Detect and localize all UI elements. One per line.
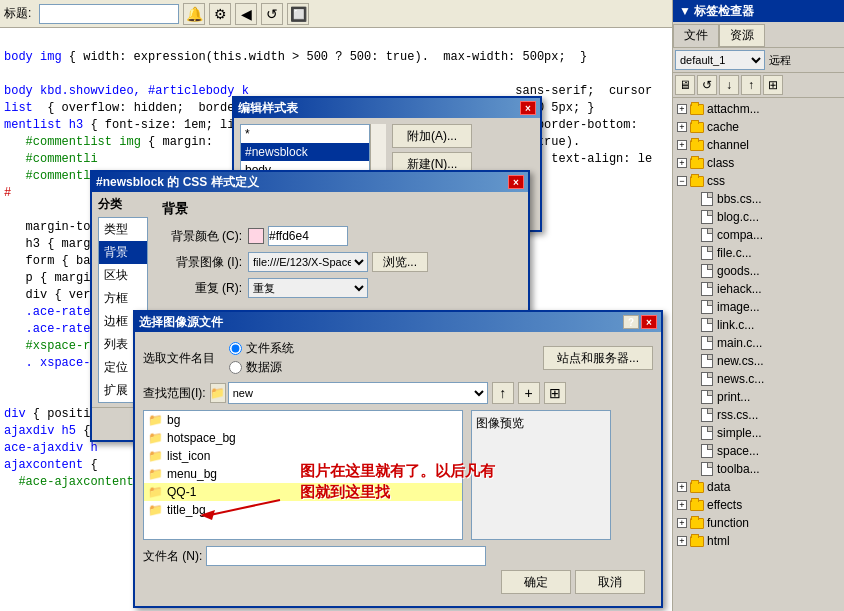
file-item-menubg[interactable]: 📁 menu_bg [144, 465, 462, 483]
radio-datasource[interactable] [229, 361, 242, 374]
select-file-label: 选取文件名目 [143, 350, 223, 367]
toolbar-btn-1[interactable]: 🔔 [183, 3, 205, 25]
tree-item-label: image... [717, 300, 760, 314]
tree-item-rss[interactable]: rss.cs... [675, 406, 842, 424]
bg-color-swatch[interactable] [248, 228, 264, 244]
css-section-title: 背景 [162, 200, 514, 218]
tree-item-data[interactable]: + data [675, 478, 842, 496]
tree-item-main[interactable]: main.c... [675, 334, 842, 352]
tree-item-css[interactable]: − css [675, 172, 842, 190]
tree-item-function[interactable]: + function [675, 514, 842, 532]
server-btn[interactable]: 站点和服务器... [543, 346, 653, 370]
css-list-item-star[interactable]: * [241, 125, 369, 143]
right-panel-header: ▼ 标签检查器 [673, 0, 844, 22]
tree-item-new-cs[interactable]: new.cs... [675, 352, 842, 370]
dialog-css-editor-title: 编辑样式表 [238, 100, 298, 117]
img-ok-btn[interactable]: 确定 [501, 570, 571, 594]
expand-icon[interactable]: + [677, 158, 687, 168]
tree-item-class[interactable]: + class [675, 154, 842, 172]
expand-icon[interactable]: + [677, 140, 687, 150]
folder-icon-listicon: 📁 [148, 449, 163, 463]
file-item-qq1[interactable]: 📁 QQ-1 [144, 483, 462, 501]
right-tabs: 文件 资源 [673, 22, 844, 48]
folder-small-icon: 📁 [210, 383, 226, 403]
expand-icon[interactable]: + [677, 518, 687, 528]
dialog-css-editor-close[interactable]: × [520, 101, 536, 115]
tree-item-html[interactable]: + html [675, 532, 842, 550]
radio-filesystem[interactable] [229, 342, 242, 355]
bg-color-row: 背景颜色 (C): [162, 226, 514, 246]
cat-box[interactable]: 方框 [99, 287, 147, 310]
file-item-listicon[interactable]: 📁 list_icon [144, 447, 462, 465]
nav-btn-1[interactable]: 🖥 [675, 75, 695, 95]
file-item-bg[interactable]: 📁 bg [144, 411, 462, 429]
toolbar-btn-4[interactable]: ↺ [261, 3, 283, 25]
folder-icon-hotspace: 📁 [148, 431, 163, 445]
dialog-img-help-btn[interactable]: ? [623, 315, 639, 329]
tree-item-space[interactable]: space... [675, 442, 842, 460]
bg-color-input[interactable] [268, 226, 348, 246]
tree-item-print[interactable]: print... [675, 388, 842, 406]
filename-input[interactable] [206, 546, 486, 566]
file-item-hotspace[interactable]: 📁 hotspace_bg [144, 429, 462, 447]
expand-icon[interactable]: + [677, 500, 687, 510]
tree-item-blog[interactable]: blog.c... [675, 208, 842, 226]
nav-btn-3[interactable]: ↓ [719, 75, 739, 95]
path-select[interactable]: new [228, 382, 488, 404]
expand-icon[interactable]: + [677, 122, 687, 132]
tree-item-attachments[interactable]: + attachm... [675, 100, 842, 118]
tree-item-label: file.c... [717, 246, 752, 260]
tree-item-news[interactable]: news.c... [675, 370, 842, 388]
tree-item-image[interactable]: image... [675, 298, 842, 316]
site-select[interactable]: default_1 [675, 50, 765, 70]
tree-item-simple[interactable]: simple... [675, 424, 842, 442]
file-item-label: QQ-1 [167, 485, 196, 499]
btn-attach[interactable]: 附加(A)... [392, 124, 472, 148]
dialog-img-src-titlebar: 选择图像源文件 ? × [135, 312, 661, 332]
expand-icon[interactable]: − [677, 176, 687, 186]
nav-btn-5[interactable]: ⊞ [763, 75, 783, 95]
radio-datasource-item[interactable]: 数据源 [229, 359, 294, 376]
tree-item-link[interactable]: link.c... [675, 316, 842, 334]
path-up-btn[interactable]: ↑ [492, 382, 514, 404]
expand-icon[interactable]: + [677, 104, 687, 114]
title-input[interactable] [39, 4, 179, 24]
radio-filesystem-item[interactable]: 文件系统 [229, 340, 294, 357]
tree-item-effects[interactable]: + effects [675, 496, 842, 514]
tree-item-label: data [707, 480, 730, 494]
tree-item-compa[interactable]: compa... [675, 226, 842, 244]
path-view-btn[interactable]: ⊞ [544, 382, 566, 404]
expand-icon[interactable]: + [677, 482, 687, 492]
tree-item-label: effects [707, 498, 742, 512]
tree-item-label: print... [717, 390, 750, 404]
bg-repeat-select[interactable]: 重复 [248, 278, 368, 298]
dialog-css-def-close[interactable]: × [508, 175, 524, 189]
path-new-btn[interactable]: + [518, 382, 540, 404]
dialog-img-src-close[interactable]: × [641, 315, 657, 329]
tree-item-channel[interactable]: + channel [675, 136, 842, 154]
tab-resource[interactable]: 资源 [719, 24, 765, 47]
toolbar-btn-2[interactable]: ⚙ [209, 3, 231, 25]
file-list[interactable]: 📁 bg 📁 hotspace_bg 📁 list_icon 📁 menu_bg… [143, 410, 463, 540]
css-list-item-newsblock[interactable]: #newsblock [241, 143, 369, 161]
toolbar-btn-3[interactable]: ◀ [235, 3, 257, 25]
img-cancel-btn[interactable]: 取消 [575, 570, 645, 594]
toolbar-btn-5[interactable]: 🔲 [287, 3, 309, 25]
nav-btn-2[interactable]: ↺ [697, 75, 717, 95]
tree-item-cache[interactable]: + cache [675, 118, 842, 136]
cat-block[interactable]: 区块 [99, 264, 147, 287]
nav-btn-4[interactable]: ↑ [741, 75, 761, 95]
cat-background[interactable]: 背景 [99, 241, 147, 264]
tree-item-toolbar[interactable]: toolba... [675, 460, 842, 478]
tree-item-iehack[interactable]: iehack... [675, 280, 842, 298]
tab-file[interactable]: 文件 [673, 24, 719, 47]
bg-browse-btn[interactable]: 浏览... [372, 252, 428, 272]
path-row: 查找范围(I): 📁 new ↑ + ⊞ [143, 382, 653, 404]
cat-type[interactable]: 类型 [99, 218, 147, 241]
bg-image-select[interactable]: file:///E/123/X-Space/ [248, 252, 368, 272]
file-item-titlebg[interactable]: 📁 title_bg [144, 501, 462, 519]
expand-icon[interactable]: + [677, 536, 687, 546]
tree-item-file[interactable]: file.c... [675, 244, 842, 262]
tree-item-bbs[interactable]: bbs.cs... [675, 190, 842, 208]
tree-item-goods[interactable]: goods... [675, 262, 842, 280]
